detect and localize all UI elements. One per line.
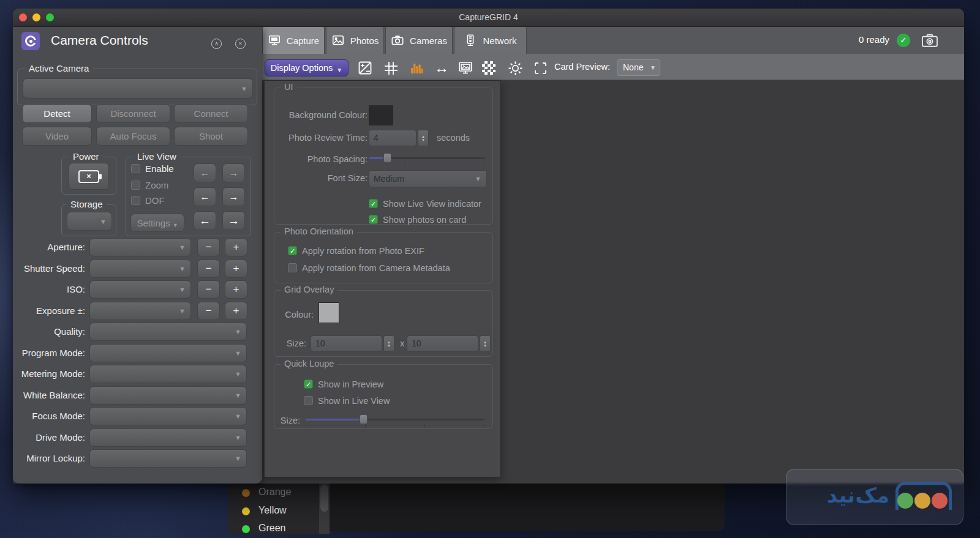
focus-far-small-button[interactable]: → [222, 163, 245, 182]
grid-size-width-stepper[interactable]: ▲▼ [383, 335, 394, 352]
checkerboard-icon[interactable] [480, 59, 497, 77]
grid-icon[interactable] [382, 59, 399, 77]
white-balance-dropdown[interactable]: ▼ [89, 386, 247, 405]
grid-size-height-stepper[interactable]: ▲▼ [480, 335, 491, 352]
monitor-preview-icon[interactable] [457, 59, 474, 77]
live-view-zoom-checkbox[interactable] [131, 181, 140, 190]
menu-item-label: Yellow [258, 505, 287, 516]
show-live-view-indicator-checkbox[interactable]: ✓ [369, 199, 378, 208]
metering-mode-dropdown[interactable]: ▼ [89, 365, 247, 383]
color-label-menu: OrangeYellowGreen [228, 484, 330, 534]
focus-mode-label: Focus Mode: [13, 407, 85, 425]
apply-rotation-exif-checkbox[interactable]: ✓ [288, 246, 297, 255]
storage-dropdown[interactable]: ▼ [67, 212, 112, 231]
drive-mode-dropdown[interactable]: ▼ [89, 428, 247, 447]
window-title: CaptureGRID 4 [13, 12, 964, 22]
horizontal-arrows-icon[interactable]: ↔ [433, 59, 450, 77]
status-check-icon: ✓ [897, 34, 910, 47]
shutter-speed-dropdown[interactable]: ▼ [89, 260, 191, 278]
photo-review-time-input[interactable]: 4 [369, 130, 417, 146]
focus-near-small-button[interactable]: ← [194, 163, 216, 182]
shutter-speed-increment-button[interactable]: + [225, 260, 247, 278]
grid-colour-swatch[interactable] [318, 302, 339, 323]
yellow-color-dot [242, 507, 250, 515]
focus-near-medium-button[interactable]: ← [194, 187, 216, 206]
show-in-live-view-checkbox[interactable] [304, 396, 313, 405]
grid-size-height-input[interactable]: 10 [407, 335, 478, 352]
shutter-speed-decrement-button[interactable]: − [197, 260, 220, 278]
exposure-label: Exposure ±: [13, 302, 85, 320]
show-in-preview-checkbox[interactable]: ✓ [304, 379, 313, 389]
live-view-settings-button[interactable]: Settings ▼ [130, 214, 184, 232]
focus-near-large-button[interactable]: ← [194, 211, 216, 230]
ui-group-title: UI [281, 82, 297, 92]
photo-review-time-stepper[interactable]: ▲▼ [418, 130, 429, 146]
display-options-button[interactable]: Display Options ▼ [265, 59, 349, 77]
white-balance-label: White Balance: [13, 386, 85, 405]
quality-dropdown[interactable]: ▼ [89, 323, 247, 341]
exposure-dropdown[interactable]: ▼ [89, 302, 191, 320]
exposure-increment-button[interactable]: + [225, 302, 247, 320]
card-preview-dropdown[interactable]: None ▼ [617, 59, 660, 76]
video-button[interactable]: Video [22, 127, 92, 146]
live-view-dof-checkbox[interactable] [131, 196, 140, 205]
photo-spacing-slider-handle[interactable] [383, 153, 391, 163]
active-camera-dropdown[interactable]: ▼ [23, 78, 253, 99]
aperture-increment-button[interactable]: + [225, 238, 247, 256]
photo-spacing-slider[interactable] [369, 149, 485, 168]
collapse-panel-icon[interactable]: ∧ [211, 39, 222, 49]
background-colour-swatch[interactable] [369, 105, 393, 125]
tab-network[interactable]: Network [454, 27, 527, 54]
detect-button[interactable]: Detect [22, 104, 92, 123]
menu-item-orange[interactable]: Orange [228, 484, 317, 502]
mirror-lockup-dropdown[interactable]: ▼ [89, 449, 247, 468]
loupe-size-slider-handle[interactable] [360, 414, 368, 424]
iso-dropdown[interactable]: ▼ [89, 280, 191, 299]
menu-scrollbar-thumb[interactable] [320, 485, 328, 512]
frame-selection-icon[interactable] [532, 59, 549, 77]
histogram-icon[interactable] [408, 59, 425, 77]
grid-size-width-input[interactable]: 10 [311, 335, 382, 352]
focus-far-large-button[interactable]: → [222, 211, 245, 230]
close-panel-icon[interactable]: × [235, 39, 246, 49]
display-options-popup: UI Background Colour: Photo Review Time:… [264, 80, 501, 477]
shoot-button[interactable]: Shoot [174, 127, 248, 146]
auto-focus-button[interactable]: Auto Focus [96, 127, 170, 146]
storage-label: Storage [67, 199, 107, 209]
brightness-icon[interactable] [507, 59, 524, 77]
apply-rotation-metadata-checkbox[interactable] [288, 263, 297, 272]
power-group: Power × [61, 157, 116, 195]
disconnect-button[interactable]: Disconnect [96, 104, 170, 123]
camera-controls-panel: Camera Controls ∧ × Active Camera ▼ Dete… [13, 27, 262, 484]
exposure-decrement-button[interactable]: − [197, 302, 220, 320]
camera-icon [391, 34, 404, 47]
font-size-dropdown[interactable]: Medium▼ [369, 170, 487, 187]
quality-label: Quality: [13, 323, 85, 341]
iso-increment-button[interactable]: + [225, 280, 247, 299]
menu-item-green[interactable]: Green [228, 520, 317, 538]
background-window [330, 484, 725, 531]
loupe-size-slider[interactable] [306, 411, 484, 429]
mirror-lockup-label: Mirror Lockup: [13, 449, 85, 468]
tab-photos[interactable]: Photos [326, 27, 384, 54]
quick-loupe-group: Quick Loupe ✓ Show in Preview Show in Li… [274, 364, 493, 429]
program-mode-dropdown[interactable]: ▼ [89, 344, 247, 362]
active-camera-label: Active Camera [25, 63, 92, 73]
ready-count: 0 ready [859, 34, 889, 45]
power-button[interactable]: × [69, 163, 109, 190]
aperture-decrement-button[interactable]: − [197, 238, 220, 256]
live-view-enable-checkbox[interactable] [131, 164, 140, 173]
aperture-dropdown[interactable]: ▼ [89, 238, 191, 256]
menu-item-yellow[interactable]: Yellow [228, 503, 317, 520]
orange-color-dot [242, 489, 250, 497]
show-photos-on-card-checkbox[interactable]: ✓ [369, 215, 378, 224]
iso-decrement-button[interactable]: − [197, 280, 220, 299]
tab-cameras[interactable]: Cameras [385, 27, 453, 54]
connect-button[interactable]: Connect [174, 104, 248, 123]
tab-capture[interactable]: Capture [262, 27, 325, 54]
chevron-down-icon: ▼ [650, 60, 656, 75]
focus-far-medium-button[interactable]: → [222, 187, 245, 206]
focus-mode-dropdown[interactable]: ▼ [89, 407, 247, 425]
menu-scrollbar[interactable] [319, 484, 330, 534]
exposure-compensation-icon[interactable] [356, 59, 374, 77]
